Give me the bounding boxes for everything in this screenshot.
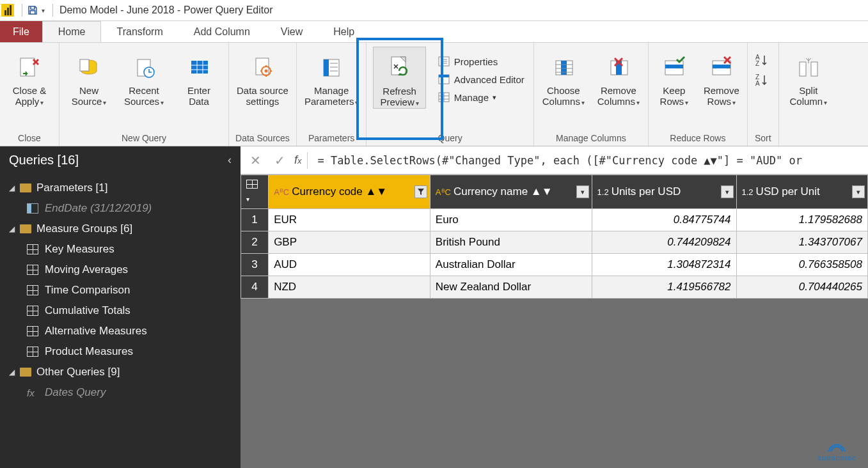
queries-tree: ◢Parameters [1]EndDate (31/12/2019)◢Meas…: [0, 174, 241, 403]
advanced-editor-button[interactable]: Advanced Editor: [435, 72, 527, 86]
filter-icon[interactable]: ▾: [721, 185, 734, 198]
table-row[interactable]: 2GBPBritish Pound0.7442098241.343707067: [241, 231, 868, 254]
filter-icon[interactable]: ▾: [852, 185, 865, 198]
qat-dropdown-icon[interactable]: ▾: [42, 7, 45, 14]
sort-asc-button[interactable]: AZ: [754, 53, 772, 69]
cell-units-per-usd[interactable]: 1.304872314: [592, 254, 736, 276]
cell-currency-name[interactable]: Australian Dollar: [430, 254, 592, 276]
tree-item[interactable]: Alternative Measures: [0, 321, 241, 341]
cell-currency-name[interactable]: New Zealand Dollar: [430, 276, 592, 299]
tree-group-label: Parameters [1]: [36, 182, 108, 194]
table-icon: [27, 347, 38, 357]
collapse-icon[interactable]: ‹: [228, 153, 232, 167]
filter-applied-icon[interactable]: [414, 185, 427, 198]
save-icon[interactable]: [26, 4, 39, 17]
row-number: 3: [241, 254, 269, 276]
refresh-preview-label: Refresh Preview: [380, 86, 416, 107]
cell-currency-code[interactable]: AUD: [269, 254, 430, 276]
table-icon: [27, 285, 38, 295]
formula-text[interactable]: = Table.SelectRows(#"Changed Type", each…: [318, 154, 802, 167]
remove-rows-button[interactable]: Remove Rows▾: [702, 47, 741, 107]
filter-icon[interactable]: ▾: [576, 185, 589, 198]
ribbon-group-data-sources: Data source settings Data Sources: [229, 43, 297, 146]
tree-group[interactable]: ◢Other Queries [9]: [0, 362, 241, 382]
cell-usd-per-unit[interactable]: 1.179582688: [736, 209, 867, 231]
tree-item-label: EndDate (31/12/2019): [45, 202, 152, 215]
tree-group[interactable]: ◢Parameters [1]: [0, 178, 241, 198]
svg-rect-57: [811, 62, 817, 76]
table-icon: [27, 265, 38, 275]
table-row[interactable]: 4NZDNew Zealand Dollar1.4195667820.70444…: [241, 276, 868, 299]
cell-currency-code[interactable]: NZD: [269, 276, 430, 299]
data-source-settings-button[interactable]: Data source settings: [235, 47, 290, 107]
column-header-usd-per-unit[interactable]: 1.2USD per Unit▾: [736, 175, 867, 209]
tab-help[interactable]: Help: [318, 21, 370, 42]
svg-text:Z: Z: [755, 60, 759, 67]
manage-parameters-button[interactable]: Manage Parameters▾: [303, 47, 360, 107]
column-header-units-per-usd[interactable]: 1.2Units per USD▾: [592, 175, 736, 209]
tab-transform[interactable]: Transform: [101, 21, 178, 42]
tree-item-label: Key Measures: [45, 243, 114, 256]
table-row[interactable]: 1EUREuro0.847757441.179582688: [241, 209, 868, 231]
fx-icon[interactable]: fx: [294, 153, 302, 167]
enter-data-label: Enter Data: [187, 85, 210, 107]
cell-units-per-usd[interactable]: 0.84775744: [592, 209, 736, 231]
cell-usd-per-unit[interactable]: 1.343707067: [736, 231, 867, 254]
type-number-icon: 1.2: [597, 187, 609, 197]
sort-desc-button[interactable]: ZA: [754, 73, 772, 89]
tab-home[interactable]: Home: [42, 21, 102, 42]
table-corner[interactable]: ▾: [241, 175, 269, 209]
refresh-preview-button[interactable]: Refresh Preview▾: [373, 47, 425, 109]
subscribe-watermark: SUBSCRIBE: [817, 440, 856, 462]
tree-item[interactable]: Cumulative Totals: [0, 300, 241, 321]
tree-item[interactable]: Moving Averages: [0, 260, 241, 280]
cell-usd-per-unit[interactable]: 0.704440265: [736, 276, 867, 299]
remove-columns-button[interactable]: Remove Columns▾: [596, 47, 642, 107]
cell-units-per-usd[interactable]: 0.744209824: [592, 231, 736, 254]
cell-currency-name[interactable]: British Pound: [430, 231, 592, 254]
svg-text:A: A: [755, 80, 760, 87]
cell-currency-code[interactable]: GBP: [269, 231, 430, 254]
tab-add-column[interactable]: Add Column: [178, 21, 265, 42]
accept-formula-button[interactable]: ✓: [270, 151, 289, 170]
tree-group[interactable]: ◢Measure Groups [6]: [0, 219, 241, 239]
cell-units-per-usd[interactable]: 1.419566782: [592, 276, 736, 299]
properties-button[interactable]: Properties: [435, 54, 527, 68]
column-label: Currency name ▲▼: [454, 185, 553, 198]
queries-header[interactable]: Queries [16] ‹: [0, 146, 241, 174]
keep-rows-button[interactable]: Keep Rows▾: [655, 47, 693, 107]
tab-view[interactable]: View: [265, 21, 318, 42]
cell-currency-code[interactable]: EUR: [269, 209, 430, 231]
cancel-formula-button[interactable]: ✕: [246, 151, 265, 170]
ribbon-group-label: New Query: [66, 130, 222, 146]
ribbon-group-manage-columns: Choose Columns▾ Remove Columns▾ Manage C…: [534, 43, 649, 146]
cell-currency-name[interactable]: Euro: [430, 209, 592, 231]
queries-header-label: Queries [16]: [9, 153, 79, 168]
row-number: 4: [241, 276, 269, 299]
queries-sidebar: Queries [16] ‹ ◢Parameters [1]EndDate (3…: [0, 146, 241, 468]
tree-item[interactable]: Time Comparison: [0, 280, 241, 300]
tree-item-label: Cumulative Totals: [45, 304, 130, 317]
tree-item[interactable]: EndDate (31/12/2019): [0, 198, 241, 219]
tree-item[interactable]: Key Measures: [0, 239, 241, 260]
close-and-apply-button[interactable]: Close & Apply▾: [6, 47, 52, 107]
recent-sources-button[interactable]: Recent Sources▾: [121, 47, 167, 107]
window-title: Demo Model - June 2018 - Power Query Edi…: [59, 4, 272, 16]
data-grid: ▾ AᴮCCurrency code ▲▼ AᴮCCurrency name ▲…: [241, 175, 868, 299]
tab-file[interactable]: File: [0, 21, 42, 42]
manage-button[interactable]: Manage: [435, 90, 527, 104]
tree-item[interactable]: fxDates Query: [0, 382, 241, 403]
separator: [307, 152, 308, 169]
keep-rows-label: Keep Rows: [660, 85, 686, 107]
column-header-currency-code[interactable]: AᴮCCurrency code ▲▼: [269, 175, 430, 209]
table-row[interactable]: 3AUDAustralian Dollar1.3048723140.766358…: [241, 254, 868, 276]
cell-usd-per-unit[interactable]: 0.766358508: [736, 254, 867, 276]
choose-columns-button[interactable]: Choose Columns▾: [541, 47, 587, 107]
tree-item[interactable]: Product Measures: [0, 341, 241, 362]
ribbon-group-label: Query: [373, 130, 526, 146]
enter-data-button[interactable]: Enter Data: [176, 47, 222, 107]
new-source-button[interactable]: New Source▾: [66, 47, 112, 107]
column-header-currency-name[interactable]: AᴮCCurrency name ▲▼▾: [430, 175, 592, 209]
recent-sources-label: Recent Sources: [124, 85, 159, 107]
split-column-button[interactable]: Split Column▾: [785, 47, 832, 107]
